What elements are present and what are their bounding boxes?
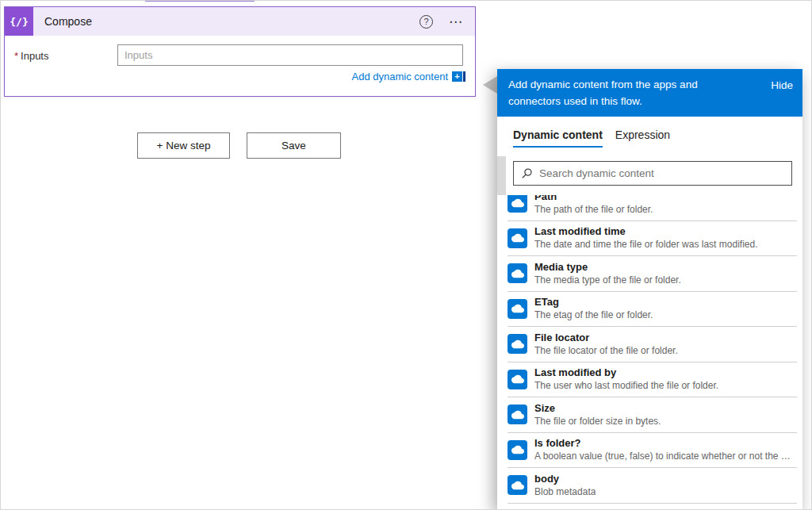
cloud-connector-icon bbox=[508, 195, 527, 213]
cloud-connector-icon bbox=[508, 334, 527, 354]
item-title: Size bbox=[534, 402, 661, 415]
item-title: Is folder? bbox=[534, 437, 791, 450]
tab-dynamic-content[interactable]: Dynamic content bbox=[513, 117, 603, 153]
list-item[interactable]: SizeThe file or folder size in bytes. bbox=[508, 397, 797, 433]
item-title: Path bbox=[534, 195, 653, 203]
panel-header: Add dynamic content from the apps and co… bbox=[497, 69, 802, 117]
compose-card-body: *Inputs Add dynamic content + bbox=[5, 36, 475, 96]
item-description: The path of the file or folder. bbox=[534, 204, 653, 216]
list-item[interactable]: Is folder?A boolean value (true, false) … bbox=[508, 433, 797, 469]
item-description: The user who last modified the file or f… bbox=[534, 380, 718, 392]
help-icon[interactable]: ? bbox=[419, 15, 433, 29]
tab-expression[interactable]: Expression bbox=[615, 117, 670, 153]
compose-icon: {/} bbox=[5, 7, 33, 36]
panel-callout-arrow bbox=[483, 76, 497, 94]
compose-card-header[interactable]: {/} Compose ? ⋯ bbox=[5, 7, 475, 36]
cloud-connector-icon bbox=[508, 405, 527, 424]
list-item[interactable]: Last modified byThe user who last modifi… bbox=[508, 362, 797, 398]
item-description: The file or folder size in bytes. bbox=[534, 416, 661, 428]
search-box bbox=[513, 161, 792, 186]
cloud-connector-icon bbox=[508, 475, 527, 495]
cloud-connector-icon bbox=[508, 263, 527, 283]
cloud-connector-icon bbox=[508, 440, 527, 460]
save-button[interactable]: Save bbox=[247, 132, 341, 159]
search-input[interactable] bbox=[539, 167, 784, 179]
list-item[interactable]: Last modified timeThe date and time the … bbox=[508, 221, 797, 257]
cloud-connector-icon bbox=[508, 370, 527, 389]
item-description: The date and time the file or folder was… bbox=[534, 239, 757, 251]
cloud-connector-icon bbox=[508, 299, 527, 319]
add-dynamic-content-button[interactable]: Add dynamic content + bbox=[352, 71, 465, 82]
inputs-label-text: Inputs bbox=[21, 50, 48, 62]
panel-header-text: Add dynamic content from the apps and co… bbox=[508, 77, 751, 117]
inputs-field[interactable] bbox=[117, 44, 463, 66]
list-item[interactable]: bodyBlob metadata bbox=[508, 468, 797, 504]
cloud-connector-icon bbox=[508, 228, 527, 248]
item-title: ETag bbox=[534, 296, 653, 309]
list-item[interactable]: ETagThe etag of the file or folder. bbox=[508, 292, 797, 328]
item-title: Media type bbox=[534, 261, 681, 274]
compose-card-title: Compose bbox=[44, 15, 92, 28]
item-description: A boolean value (true, false) to indicat… bbox=[534, 451, 791, 462]
item-description: The file locator of the file or folder. bbox=[534, 345, 678, 357]
item-description: The etag of the file or folder. bbox=[534, 309, 653, 321]
add-dynamic-content-icon: + bbox=[452, 71, 465, 82]
item-description: The media type of the file or folder. bbox=[534, 274, 681, 286]
item-title: body bbox=[534, 473, 596, 485]
dynamic-content-list-inner: PathThe path of the file or folder.Last … bbox=[497, 195, 802, 504]
clipped-flow-connector bbox=[145, 0, 255, 2]
search-icon bbox=[521, 167, 533, 179]
compose-action-card: {/} Compose ? ⋯ *Inputs Add dynamic cont… bbox=[4, 6, 476, 97]
hide-button[interactable]: Hide bbox=[771, 79, 793, 117]
dynamic-content-panel: Add dynamic content from the apps and co… bbox=[497, 69, 802, 510]
dynamic-content-list: PathThe path of the file or folder.Last … bbox=[497, 195, 802, 510]
item-title: File locator bbox=[534, 332, 678, 344]
search-area bbox=[497, 153, 802, 195]
more-options-icon[interactable]: ⋯ bbox=[449, 15, 462, 29]
add-dynamic-content-label: Add dynamic content bbox=[352, 71, 448, 82]
list-item[interactable]: PathThe path of the file or folder. bbox=[508, 195, 797, 221]
item-description: Blob metadata bbox=[534, 486, 596, 498]
panel-tabs: Dynamic content Expression bbox=[497, 117, 802, 153]
new-step-button[interactable]: + New step bbox=[137, 132, 230, 159]
list-item[interactable]: Media typeThe media type of the file or … bbox=[508, 256, 797, 292]
scrollbar-thumb[interactable] bbox=[497, 156, 506, 195]
item-title: Last modified by bbox=[534, 366, 718, 379]
inputs-label: *Inputs bbox=[14, 50, 48, 62]
item-title: Last modified time bbox=[534, 225, 757, 238]
list-item[interactable]: File locatorThe file locator of the file… bbox=[508, 327, 797, 362]
required-marker: * bbox=[14, 50, 18, 62]
